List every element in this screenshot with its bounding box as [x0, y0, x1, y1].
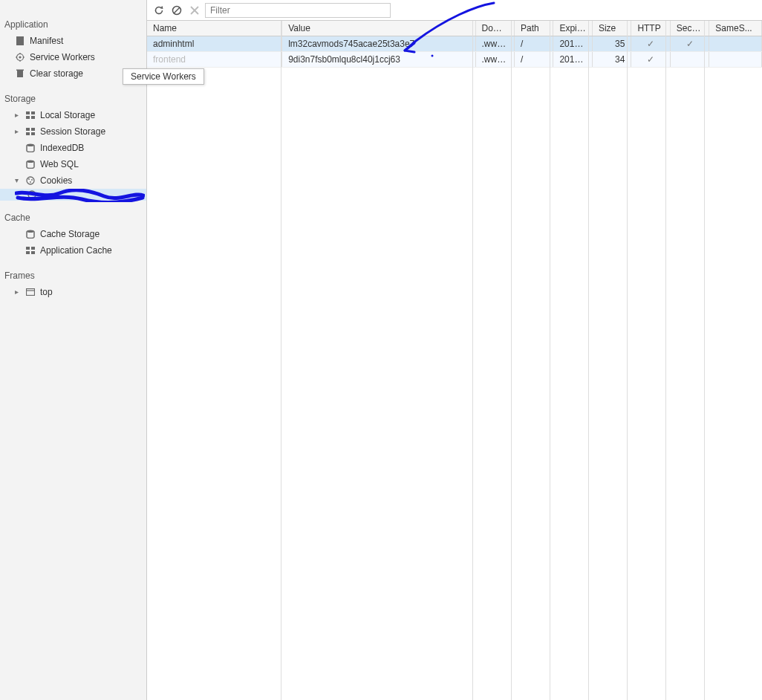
- svg-rect-12: [26, 116, 30, 119]
- sidebar-item-clear-storage[interactable]: Clear storage: [0, 65, 146, 82]
- svg-point-21: [28, 178, 30, 180]
- cell-domain: .www....: [475, 52, 514, 68]
- col-value[interactable]: Value: [282, 21, 475, 36]
- cookies-table: Name Value Domain Path Expire... Size HT…: [147, 21, 762, 68]
- column-divider[interactable]: [627, 21, 628, 700]
- sidebar-item-label: top: [40, 285, 53, 299]
- file-icon: [15, 36, 25, 45]
- sidebar-item-label: Cookies: [40, 174, 72, 187]
- sidebar-item-cookie-origin[interactable]: [0, 189, 146, 201]
- section-cache: Cache: [0, 210, 146, 226]
- cell-samesite: [709, 36, 762, 52]
- col-secure[interactable]: Secure: [670, 21, 709, 36]
- filter-input[interactable]: [205, 3, 391, 18]
- chevron-right-icon: ▸: [15, 108, 21, 122]
- svg-rect-28: [26, 251, 30, 254]
- svg-rect-10: [26, 111, 30, 114]
- cell-expires: 2018-...: [553, 52, 592, 68]
- svg-rect-27: [31, 247, 35, 250]
- cell-path: /: [514, 52, 553, 68]
- delete-button[interactable]: [187, 3, 202, 18]
- col-name[interactable]: Name: [147, 21, 282, 36]
- col-samesite[interactable]: SameS...: [709, 21, 762, 36]
- cookie-icon: [25, 176, 36, 185]
- sidebar-item-indexeddb[interactable]: IndexedDB: [0, 140, 146, 156]
- col-path[interactable]: Path: [514, 21, 553, 36]
- cell-path: /: [514, 36, 553, 52]
- sidebar-item-label: Web SQL: [40, 158, 79, 171]
- grid-icon: [25, 247, 36, 254]
- sidebar-item-label: IndexedDB: [40, 141, 84, 155]
- column-divider[interactable]: [665, 21, 666, 700]
- sidebar-item-label: Manifest: [30, 34, 63, 48]
- chevron-down-icon: ▾: [15, 174, 21, 187]
- column-divider[interactable]: [281, 21, 281, 700]
- svg-rect-15: [31, 128, 35, 131]
- cell-expires: 2018-...: [553, 36, 592, 52]
- sidebar-item-websql[interactable]: Web SQL: [0, 156, 146, 172]
- grid-icon: [25, 128, 36, 135]
- sidebar-item-label: Cache Storage: [40, 227, 100, 241]
- svg-rect-14: [26, 128, 30, 131]
- col-size[interactable]: Size: [592, 21, 631, 36]
- sidebar-item-label: Application Cache: [40, 244, 112, 257]
- column-divider[interactable]: [472, 21, 473, 700]
- cell-http: ✓: [631, 36, 670, 52]
- clear-all-button[interactable]: [169, 3, 184, 18]
- col-expires[interactable]: Expire...: [553, 21, 592, 36]
- svg-rect-8: [17, 71, 23, 77]
- refresh-button[interactable]: [152, 3, 166, 18]
- sidebar-item-label: Local Storage: [40, 108, 95, 122]
- sidebar-item-session-storage[interactable]: ▸ Session Storage: [0, 123, 146, 140]
- svg-rect-17: [31, 132, 35, 135]
- svg-point-22: [31, 179, 33, 181]
- section-application: Application: [0, 16, 146, 33]
- column-divider[interactable]: [704, 21, 705, 700]
- column-divider[interactable]: [588, 21, 589, 700]
- col-domain[interactable]: Domain: [475, 21, 514, 36]
- cell-value: 9di3n7fsb0mlqu8cl40j1ccj63: [282, 52, 475, 68]
- sidebar-item-label: Service Workers: [30, 51, 95, 64]
- sidebar-item-service-workers[interactable]: Service Workers: [0, 49, 146, 65]
- cell-secure: [670, 52, 709, 68]
- sidebar-item-cookies[interactable]: ▾ Cookies: [0, 172, 146, 189]
- chevron-right-icon: ▸: [15, 125, 21, 138]
- sidebar-item-label: Session Storage: [40, 125, 105, 138]
- sidebar-item-cache-storage[interactable]: Cache Storage: [0, 226, 146, 242]
- sidebar-item-manifest[interactable]: Manifest: [0, 33, 146, 49]
- svg-rect-16: [26, 132, 30, 135]
- svg-point-20: [27, 177, 34, 184]
- database-icon: [25, 160, 36, 169]
- section-frames: Frames: [0, 268, 146, 284]
- svg-rect-13: [31, 116, 35, 119]
- grid-icon: [25, 111, 36, 119]
- window-icon: [25, 288, 36, 296]
- cookies-table-container[interactable]: Name Value Domain Path Expire... Size HT…: [147, 21, 762, 700]
- cookies-toolbar: [147, 0, 762, 21]
- cell-name: adminhtml: [147, 36, 282, 52]
- svg-point-18: [27, 143, 34, 146]
- col-http[interactable]: HTTP: [631, 21, 670, 36]
- main-panel: Name Value Domain Path Expire... Size HT…: [147, 0, 762, 700]
- sidebar-item-label: Clear storage: [30, 67, 83, 80]
- sidebar-item-local-storage[interactable]: ▸ Local Storage: [0, 107, 146, 123]
- gear-icon: [15, 53, 25, 62]
- cell-secure: ✓: [670, 36, 709, 52]
- column-divider[interactable]: [511, 21, 512, 700]
- cell-name: frontend: [147, 52, 282, 68]
- database-icon: [25, 143, 36, 152]
- cell-size: 35: [592, 36, 631, 52]
- column-divider[interactable]: [550, 21, 550, 700]
- sidebar-item-application-cache[interactable]: Application Cache: [0, 242, 146, 259]
- table-row[interactable]: adminhtml lm32cavmods745acae25t3a3e7 .ww…: [147, 36, 762, 52]
- trash-icon: [15, 69, 25, 78]
- svg-rect-26: [26, 247, 30, 250]
- table-row[interactable]: frontend 9di3n7fsb0mlqu8cl40j1ccj63 .www…: [147, 52, 762, 68]
- database-icon: [25, 230, 36, 239]
- section-storage: Storage: [0, 91, 146, 107]
- svg-line-33: [174, 7, 180, 13]
- sidebar-item-top[interactable]: ▸ top: [0, 284, 146, 300]
- svg-point-24: [28, 191, 36, 198]
- chevron-right-icon: ▸: [15, 285, 21, 299]
- svg-rect-11: [31, 111, 35, 114]
